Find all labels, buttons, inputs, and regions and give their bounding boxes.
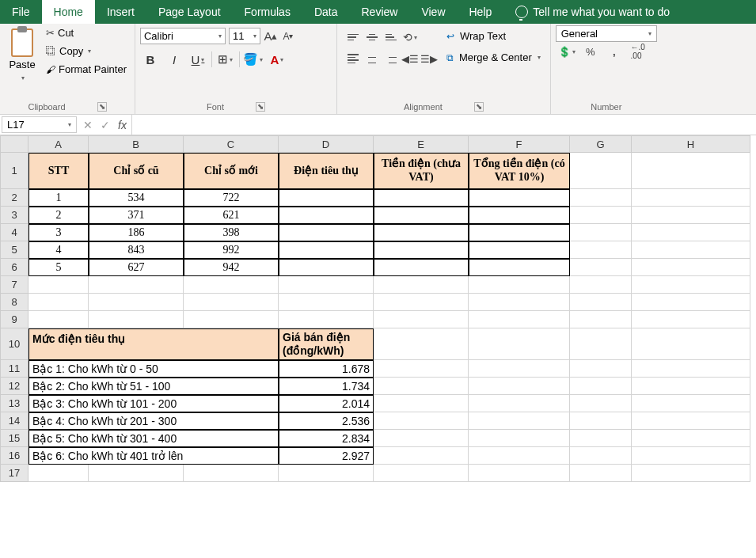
cell-G7[interactable] xyxy=(570,276,632,294)
cell-D13[interactable]: 2.014 xyxy=(279,395,374,412)
cell-H7[interactable] xyxy=(632,276,750,294)
cell-F6[interactable] xyxy=(469,259,570,276)
col-header-H[interactable]: H xyxy=(632,135,750,153)
cell-C6[interactable]: 942 xyxy=(184,259,279,276)
tab-view[interactable]: View xyxy=(409,0,457,24)
cell-H10[interactable] xyxy=(632,328,750,360)
cell-D15[interactable]: 2.834 xyxy=(279,430,374,447)
cell-B5[interactable]: 843 xyxy=(89,241,184,259)
decrease-font-button[interactable]: A▾ xyxy=(281,28,295,44)
cell-G12[interactable] xyxy=(570,378,632,395)
cell-D14[interactable]: 2.536 xyxy=(279,412,374,430)
tab-help[interactable]: Help xyxy=(458,0,504,24)
cell-F9[interactable] xyxy=(469,311,570,328)
cell-C9[interactable] xyxy=(184,311,279,328)
cell-A17[interactable] xyxy=(28,465,89,482)
cell-G8[interactable] xyxy=(570,294,632,311)
font-name-selector[interactable]: Calibri xyxy=(140,28,226,44)
clipboard-dialog-launcher[interactable]: ⬊ xyxy=(97,102,107,112)
bold-button[interactable]: B xyxy=(140,49,161,70)
cell-C5[interactable]: 992 xyxy=(184,241,279,259)
cell-E9[interactable] xyxy=(374,311,469,328)
cell-B2[interactable]: 534 xyxy=(89,189,184,207)
cell-H4[interactable] xyxy=(632,224,750,241)
cell-D7[interactable] xyxy=(279,276,374,294)
orientation-button[interactable] xyxy=(401,28,420,47)
cell-E14[interactable] xyxy=(374,412,469,430)
row-header-16[interactable]: 16 xyxy=(0,447,28,465)
copy-button[interactable]: Copy xyxy=(43,44,130,59)
cell-E11[interactable] xyxy=(374,360,469,378)
cell-D12[interactable]: 1.734 xyxy=(279,378,374,395)
tab-formulas[interactable]: Formulas xyxy=(233,0,302,24)
cell-E5[interactable] xyxy=(374,241,469,259)
col-header-A[interactable]: A xyxy=(28,135,89,153)
cell-G11[interactable] xyxy=(570,360,632,378)
cell-H6[interactable] xyxy=(632,259,750,276)
row-header-1[interactable]: 1 xyxy=(0,153,28,189)
number-format-selector[interactable]: General xyxy=(556,25,657,42)
underline-button[interactable]: U xyxy=(188,49,208,70)
cell-D16[interactable]: 2.927 xyxy=(279,447,374,465)
cell-G15[interactable] xyxy=(570,430,632,447)
cell-F13[interactable] xyxy=(469,395,570,412)
row-header-3[interactable]: 3 xyxy=(0,207,28,224)
fill-color-button[interactable]: 🪣 xyxy=(243,49,264,70)
cell-E17[interactable] xyxy=(374,465,469,482)
cell-C8[interactable] xyxy=(184,294,279,311)
border-button[interactable] xyxy=(215,49,236,70)
cell-E2[interactable] xyxy=(374,189,469,207)
cell-F4[interactable] xyxy=(469,224,570,241)
cell-B4[interactable]: 186 xyxy=(89,224,184,241)
cell-D11[interactable]: 1.678 xyxy=(279,360,374,378)
enter-formula-button[interactable]: ✓ xyxy=(101,119,110,131)
cell-D10[interactable]: Giá bán điện (đồng/kWh) xyxy=(279,328,374,360)
cell-D6[interactable] xyxy=(279,259,374,276)
font-color-button[interactable]: A xyxy=(267,49,287,70)
cell-H17[interactable] xyxy=(632,465,750,482)
cell-C3[interactable]: 621 xyxy=(184,207,279,224)
row-header-5[interactable]: 5 xyxy=(0,241,28,259)
cell-A1[interactable]: STT xyxy=(28,153,89,189)
cell-F11[interactable] xyxy=(469,360,570,378)
cell-F12[interactable] xyxy=(469,378,570,395)
accounting-format-button[interactable]: 💲 xyxy=(556,42,578,61)
cell-H8[interactable] xyxy=(632,294,750,311)
row-header-17[interactable]: 17 xyxy=(0,465,28,482)
cell-G13[interactable] xyxy=(570,395,632,412)
merge-center-button[interactable]: Merge & Center xyxy=(445,50,542,65)
paste-button[interactable]: Paste xyxy=(5,25,40,82)
insert-function-button[interactable]: fx xyxy=(118,119,127,131)
tab-page-layout[interactable]: Page Layout xyxy=(146,0,233,24)
tell-me-search[interactable]: Tell me what you want to do xyxy=(503,0,682,24)
cell-H12[interactable] xyxy=(632,378,750,395)
cell-D3[interactable] xyxy=(279,207,374,224)
cell-A12[interactable]: Bậc 2: Cho kWh từ 51 - 100 xyxy=(28,378,279,395)
cell-G4[interactable] xyxy=(570,224,632,241)
tab-insert[interactable]: Insert xyxy=(95,0,146,24)
cell-D17[interactable] xyxy=(279,465,374,482)
cell-C2[interactable]: 722 xyxy=(184,189,279,207)
cell-C1[interactable]: Chỉ số mới xyxy=(184,153,279,189)
cell-G10[interactable] xyxy=(570,328,632,360)
cell-D8[interactable] xyxy=(279,294,374,311)
cell-E13[interactable] xyxy=(374,395,469,412)
cell-F17[interactable] xyxy=(469,465,570,482)
cell-F16[interactable] xyxy=(469,447,570,465)
col-header-G[interactable]: G xyxy=(570,135,632,153)
cell-F7[interactable] xyxy=(469,276,570,294)
increase-decimal-button[interactable]: ←.0.00 xyxy=(627,42,649,61)
wrap-text-button[interactable]: Wrap Text xyxy=(445,28,542,44)
col-header-F[interactable]: F xyxy=(469,135,570,153)
increase-font-button[interactable]: A▴ xyxy=(264,28,278,44)
cell-B3[interactable]: 371 xyxy=(89,207,184,224)
cell-H15[interactable] xyxy=(632,430,750,447)
name-box[interactable]: L17 xyxy=(2,116,77,133)
row-header-14[interactable]: 14 xyxy=(0,412,28,430)
row-header-10[interactable]: 10 xyxy=(0,328,28,360)
cell-F8[interactable] xyxy=(469,294,570,311)
cut-button[interactable]: Cut xyxy=(43,25,130,40)
cell-A6[interactable]: 5 xyxy=(28,259,89,276)
decrease-indent-button[interactable]: ◀☰ xyxy=(401,49,420,68)
tab-data[interactable]: Data xyxy=(302,0,350,24)
